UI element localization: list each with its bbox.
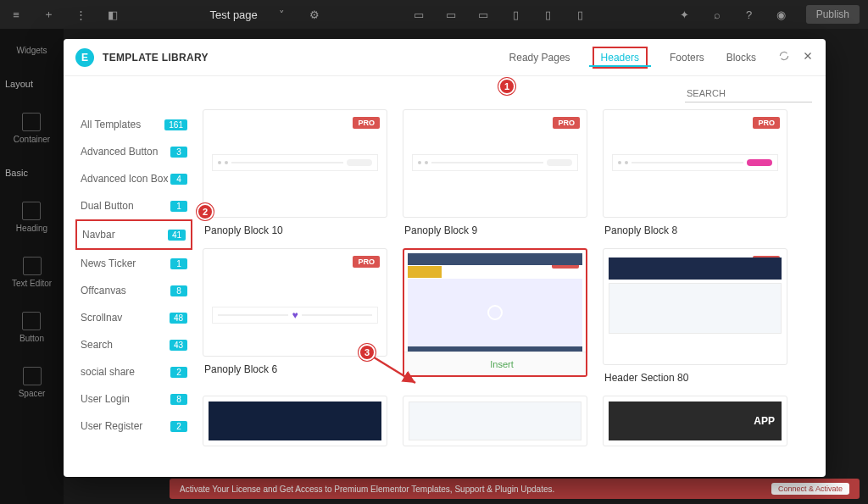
mobile-icon[interactable]: ▯ (572, 7, 587, 22)
card-label: Panoply Block 9 (403, 218, 587, 236)
connect-activate-button[interactable]: Connect & Activate (771, 483, 849, 495)
category-search[interactable]: Search43 (75, 331, 192, 358)
category-label: Advanced Icon Box (81, 173, 168, 185)
template-grid: PRO Panoply Block 10 PRO Panoply Block 9… (199, 106, 826, 477)
layers-icon[interactable]: ◧ (105, 7, 120, 22)
card-insert-highlight[interactable]: PRO Insert (403, 248, 587, 384)
category-label: Scrollnav (81, 312, 122, 324)
callout-1: 1 (498, 78, 515, 95)
license-banner: Activate Your License and Get Access to … (170, 479, 860, 499)
bell-icon[interactable]: ✦ (677, 7, 693, 22)
spacer-widget[interactable]: Spacer (19, 367, 46, 398)
category-list: All Templates161Advanced Button3Advanced… (64, 106, 199, 477)
publish-button[interactable]: Publish (806, 5, 860, 24)
page-title[interactable]: Test page (209, 8, 257, 21)
laptop-icon[interactable]: ▭ (443, 7, 459, 22)
category-count-badge: 8 (170, 394, 187, 405)
category-label: Advanced Button (81, 146, 158, 158)
category-news-ticker[interactable]: News Ticker1 (75, 250, 192, 277)
category-scrollnav[interactable]: Scrollnav48 (75, 304, 192, 331)
card-label: Header Section 80 (603, 365, 787, 384)
card-label: Panoply Block 10 (203, 218, 387, 236)
category-navbar[interactable]: Navbar41 (75, 219, 192, 250)
category-social-share[interactable]: social share2 (75, 358, 192, 385)
card-label: Panoply Block 6 (203, 357, 387, 375)
add-icon[interactable]: ＋ (41, 7, 56, 22)
category-user-register[interactable]: User Register2 (75, 413, 192, 440)
sync-icon[interactable] (778, 50, 790, 64)
tablet-icon[interactable]: ▯ (508, 7, 523, 22)
insert-button[interactable]: Insert (490, 359, 514, 369)
category-label: Navbar (82, 229, 115, 241)
section-basic: Basic (0, 168, 28, 178)
chevron-down-icon[interactable]: ˅ (275, 7, 290, 22)
card-panoply-block-10[interactable]: PRO Panoply Block 10 (203, 109, 387, 236)
category-label: social share (81, 366, 135, 378)
tablet-wide-icon[interactable]: ▭ (476, 7, 491, 22)
container-widget[interactable]: Container (14, 113, 50, 144)
category-label: User Login (81, 393, 130, 405)
category-label: Dual Button (81, 200, 134, 212)
pro-badge: PRO (553, 117, 580, 129)
callout-3: 3 (359, 344, 376, 361)
category-advanced-button[interactable]: Advanced Button3 (75, 138, 192, 165)
category-count-badge: 2 (170, 367, 187, 378)
help-icon[interactable]: ? (742, 7, 757, 22)
library-logo-icon: E (75, 48, 94, 67)
card-panoply-block-6[interactable]: PRO ♥ Panoply Block 6 (203, 248, 387, 384)
category-count-badge: 3 (170, 147, 187, 158)
close-icon[interactable] (802, 50, 814, 64)
tab-ready-pages[interactable]: Ready Pages (509, 39, 570, 75)
category-count-badge: 2 (170, 421, 187, 432)
category-count-badge: 41 (168, 230, 186, 241)
editor-topbar: ≡ ＋ ⋮ ◧ Test page ˅ ⚙ ▭ ▭ ▭ ▯ ▯ ▯ ✦ ⌕ ? … (0, 0, 868, 29)
category-count-badge: 161 (164, 119, 187, 130)
modal-tabs: Ready Pages Headers Footers Blocks (509, 39, 756, 75)
category-dual-button[interactable]: Dual Button1 (75, 192, 192, 219)
text-editor-widget[interactable]: Text Editor (12, 257, 52, 288)
pro-badge: PRO (353, 117, 380, 129)
search-row (64, 76, 826, 106)
category-count-badge: 43 (170, 340, 187, 351)
card-row3-1[interactable]: PRO (203, 396, 387, 446)
modal-header: E TEMPLATE LIBRARY Ready Pages Headers F… (64, 39, 826, 76)
card-panoply-block-9[interactable]: PRO Panoply Block 9 (403, 109, 587, 236)
category-count-badge: 48 (170, 313, 187, 324)
category-label: User Register (81, 420, 142, 432)
license-text: Activate Your License and Get Access to … (180, 485, 554, 494)
category-advanced-icon-box[interactable]: Advanced Icon Box4 (75, 165, 192, 192)
pro-badge: PRO (753, 117, 780, 129)
category-label: News Ticker (81, 258, 136, 269)
button-widget[interactable]: Button (19, 312, 44, 343)
card-panoply-block-8[interactable]: PRO Panoply Block 8 (603, 109, 787, 236)
search-icon[interactable]: ⌕ (709, 7, 725, 22)
category-offcanvas[interactable]: Offcanvas8 (75, 277, 192, 304)
widgets-tab[interactable]: Widgets (16, 46, 47, 55)
tab-headers[interactable]: Headers (593, 47, 648, 69)
callout-2: 2 (197, 203, 214, 220)
category-user-login[interactable]: User Login8 (75, 385, 192, 413)
modal-title: TEMPLATE LIBRARY (103, 52, 209, 64)
preview-icon[interactable]: ◉ (774, 7, 789, 22)
logo-icon[interactable]: ≡ (8, 7, 24, 22)
pro-badge: PRO (353, 256, 380, 268)
magnify-icon (487, 305, 503, 320)
section-layout: Layout (0, 79, 33, 89)
tab-footers[interactable]: Footers (670, 39, 704, 75)
category-all-templates[interactable]: All Templates161 (75, 111, 192, 138)
heading-widget[interactable]: Heading (16, 202, 47, 233)
mobile-wide-icon[interactable]: ▯ (540, 7, 555, 22)
tab-blocks[interactable]: Blocks (726, 39, 756, 75)
category-label: All Templates (81, 119, 141, 130)
search-input[interactable] (685, 85, 812, 102)
gear-icon[interactable]: ⚙ (307, 7, 322, 22)
card-header-section-80[interactable]: PRO Header Section 80 (603, 248, 787, 384)
widgets-panel: Widgets Layout Container Basic Heading T… (0, 29, 64, 504)
template-library-modal: E TEMPLATE LIBRARY Ready Pages Headers F… (64, 39, 826, 477)
desktop-icon[interactable]: ▭ (411, 7, 426, 22)
settings-icon[interactable]: ⋮ (73, 7, 88, 22)
category-count-badge: 1 (170, 201, 187, 212)
category-count-badge: 1 (170, 258, 187, 269)
card-row3-2[interactable]: PRO (403, 396, 587, 446)
card-row3-3[interactable]: PRO APP (603, 396, 787, 446)
